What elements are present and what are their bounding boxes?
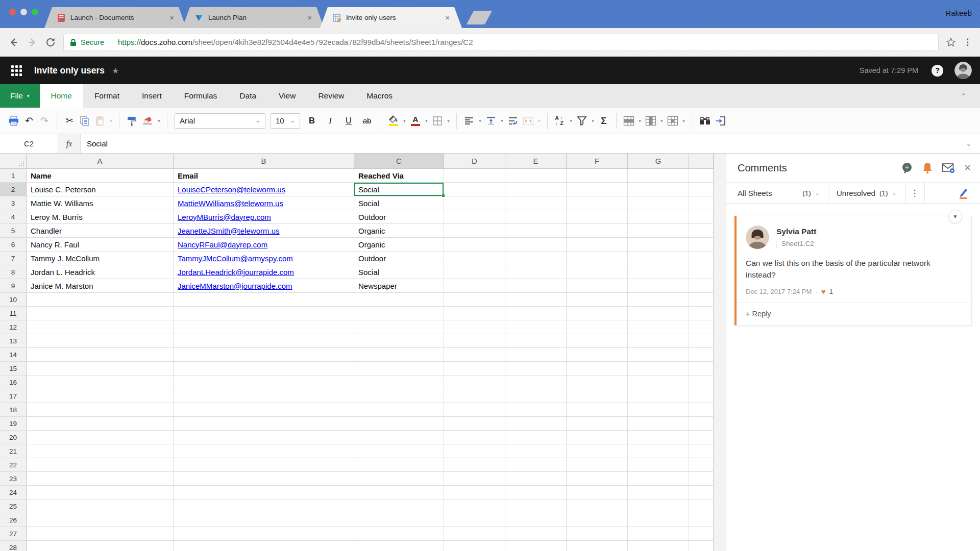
sheet-scope-filter[interactable]: All Sheets (1) ⌄ — [726, 183, 828, 203]
cell-E3[interactable] — [505, 196, 567, 210]
cell-A10[interactable] — [27, 293, 174, 307]
cell-A2[interactable]: Louise C. Peterson — [27, 183, 174, 196]
cell-D20[interactable] — [444, 431, 505, 444]
tab-launch-documents[interactable]: Launch - Documents × — [44, 7, 186, 28]
cell-A28[interactable] — [27, 541, 174, 551]
cell-D7[interactable] — [444, 252, 505, 265]
cell-F5[interactable] — [567, 224, 628, 238]
cell-A25[interactable] — [27, 499, 174, 513]
cell-A7[interactable]: Tammy J. McCollum — [27, 252, 174, 265]
cell-E24[interactable] — [505, 486, 567, 499]
cell-F22[interactable] — [567, 458, 628, 472]
borders-button[interactable] — [430, 112, 445, 130]
row-header-24[interactable]: 24 — [0, 486, 27, 499]
email-link[interactable]: TammyJMcCollum@armyspy.com — [178, 254, 293, 263]
column-header-G[interactable]: G — [628, 154, 689, 169]
cell-A5[interactable]: Chandler — [27, 224, 174, 238]
vertical-align-dropdown[interactable]: ▾ — [499, 118, 505, 123]
row-header-12[interactable]: 12 — [0, 320, 27, 334]
cell-F2[interactable] — [567, 183, 628, 196]
select-all-corner[interactable] — [0, 154, 27, 169]
row-header-5[interactable]: 5 — [0, 224, 27, 238]
row-header-4[interactable]: 4 — [0, 210, 27, 224]
cell-F10[interactable] — [567, 293, 628, 307]
filter-button[interactable] — [574, 112, 590, 130]
cell-stub-11[interactable] — [689, 307, 714, 320]
font-family-select[interactable]: Arial ⌄ — [175, 113, 265, 129]
cell-F6[interactable] — [567, 238, 628, 252]
cell-B5[interactable]: JeanetteJSmith@teleworm.us — [174, 224, 354, 238]
cell-A8[interactable]: Jordan L. Headrick — [27, 265, 174, 279]
cell-G20[interactable] — [628, 431, 689, 444]
new-tab-button[interactable] — [467, 11, 492, 24]
tab-launch-plan[interactable]: Launch Plan × — [182, 7, 324, 28]
cell-stub-7[interactable] — [689, 252, 714, 265]
cell-A17[interactable] — [27, 389, 174, 403]
cell-G24[interactable] — [628, 486, 689, 499]
column-header-E[interactable]: E — [505, 154, 567, 169]
cell-D5[interactable] — [444, 224, 505, 238]
cell-D24[interactable] — [444, 486, 505, 499]
add-comment-button[interactable] — [901, 162, 913, 174]
cell-B13[interactable] — [174, 334, 354, 348]
row-header-18[interactable]: 18 — [0, 403, 27, 417]
cell-A1[interactable]: Name — [27, 169, 174, 183]
cell-A26[interactable] — [27, 513, 174, 527]
cell-C1[interactable]: Reached Via — [354, 169, 444, 183]
cell-D9[interactable] — [444, 279, 505, 293]
apps-grid-icon[interactable] — [11, 65, 22, 76]
cell-stub-3[interactable] — [689, 196, 714, 210]
cell-F16[interactable] — [567, 375, 628, 389]
row-header-8[interactable]: 8 — [0, 265, 27, 279]
cell-B8[interactable]: JordanLHeadrick@jourrapide.com — [174, 265, 354, 279]
cell-stub-9[interactable] — [689, 279, 714, 293]
cell-G15[interactable] — [628, 362, 689, 375]
merge-cells-button[interactable] — [521, 112, 536, 130]
cell-A4[interactable]: Leroy M. Burris — [27, 210, 174, 224]
cell-B4[interactable]: LeroyMBurris@dayrep.com — [174, 210, 354, 224]
cell-F17[interactable] — [567, 389, 628, 403]
cell-G23[interactable] — [628, 472, 689, 486]
text-wrap-button[interactable] — [505, 112, 521, 130]
cell-stub-27[interactable] — [689, 527, 714, 541]
collapse-comment-button[interactable]: ▼ — [948, 210, 962, 223]
cell-G6[interactable] — [628, 238, 689, 252]
cell-G11[interactable] — [628, 307, 689, 320]
format-painter-button[interactable] — [124, 112, 139, 130]
cell-C2[interactable]: Social — [354, 183, 444, 196]
cell-D16[interactable] — [444, 375, 505, 389]
cell-E19[interactable] — [505, 417, 567, 431]
cell-E12[interactable] — [505, 320, 567, 334]
column-header-F[interactable]: F — [567, 154, 628, 169]
cell-E10[interactable] — [505, 293, 567, 307]
font-size-select[interactable]: 10 ⌄ — [271, 113, 300, 129]
cell-G7[interactable] — [628, 252, 689, 265]
cell-E18[interactable] — [505, 403, 567, 417]
sort-dropdown[interactable]: ▾ — [568, 118, 574, 123]
cell-C24[interactable] — [354, 486, 444, 499]
cell-D8[interactable] — [444, 265, 505, 279]
cell-C27[interactable] — [354, 527, 444, 541]
cell-G27[interactable] — [628, 527, 689, 541]
cell-F11[interactable] — [567, 307, 628, 320]
row-header-13[interactable]: 13 — [0, 334, 27, 348]
menu-formulas[interactable]: Formulas — [173, 84, 229, 108]
clear-format-dropdown[interactable]: ▾ — [156, 118, 162, 123]
cell-A6[interactable]: Nancy R. Faul — [27, 238, 174, 252]
cell-stub-2[interactable] — [689, 183, 714, 196]
cell-G14[interactable] — [628, 348, 689, 362]
cell-A24[interactable] — [27, 486, 174, 499]
cell-A27[interactable] — [27, 527, 174, 541]
cell-stub-6[interactable] — [689, 238, 714, 252]
cell-A12[interactable] — [27, 320, 174, 334]
cell-F28[interactable] — [567, 541, 628, 551]
email-link[interactable]: JeanetteJSmith@teleworm.us — [178, 227, 279, 235]
cell-B9[interactable]: JaniceMMarston@jourrapide.com — [174, 279, 354, 293]
cell-F13[interactable] — [567, 334, 628, 348]
cell-D14[interactable] — [444, 348, 505, 362]
cell-E26[interactable] — [505, 513, 567, 527]
menu-review[interactable]: Review — [307, 84, 355, 108]
cell-G22[interactable] — [628, 458, 689, 472]
export-button[interactable] — [713, 112, 728, 130]
cell-C21[interactable] — [354, 444, 444, 458]
